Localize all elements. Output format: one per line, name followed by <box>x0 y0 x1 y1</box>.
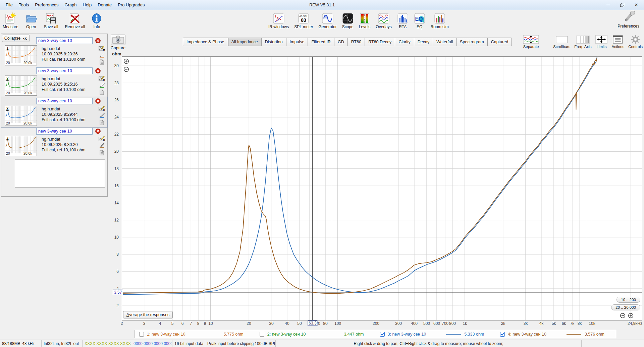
trace-settings-icon[interactable]: H <box>99 106 105 111</box>
measurement-name-input[interactable] <box>36 128 93 135</box>
measurement-name-input[interactable] <box>36 67 93 74</box>
trace-color-pen-icon[interactable] <box>99 83 105 88</box>
delete-measurement-button[interactable] <box>95 98 101 104</box>
tab-gd[interactable]: GD <box>334 38 348 46</box>
measurement-item-3[interactable]: 32020,0khg,h.mdat10.09.2025 8:29:44Full … <box>1 97 107 127</box>
h-zoom-out-button[interactable] <box>620 313 626 318</box>
impedance-plot[interactable]: 10 .. 200 20 .. 20 000 Average the respo… <box>122 56 642 320</box>
tab-spectrogram[interactable]: Spectrogram <box>457 38 488 46</box>
save-all-icon <box>45 11 57 24</box>
y-axis-unit-label: ohm <box>112 51 121 56</box>
capture-button[interactable]: Capture <box>111 35 125 50</box>
overlays-button[interactable]: Overlays <box>376 11 391 29</box>
rta-button[interactable]: RTA <box>397 11 409 29</box>
trace-settings-icon[interactable]: H <box>99 45 105 51</box>
trace-color-pen-icon[interactable] <box>99 143 105 148</box>
measurement-item-1[interactable]: 12020,0khg,h.mdat10.09.2025 8:23:36Full … <box>1 37 107 67</box>
legend-line-sample <box>567 334 581 335</box>
trace-settings-icon[interactable]: H <box>99 76 105 81</box>
actions-button[interactable]: Actions <box>611 35 624 49</box>
tab-distortion[interactable]: Distortion <box>262 38 286 46</box>
menu-preferences[interactable]: Preferences <box>32 2 61 7</box>
menu-file[interactable]: File <box>3 2 16 7</box>
x-tick-label: 4k <box>539 321 544 326</box>
levels-button[interactable]: 0369Levels <box>359 11 371 29</box>
x-tick-label: 30 <box>269 321 273 326</box>
tab-impulse[interactable]: Impulse <box>286 38 308 46</box>
spl-meter-button[interactable]: dB SPL83SPL meter <box>294 11 313 29</box>
measurement-details: hg,h.mdat10.09.2025 8:29:44Full cal. ref… <box>42 106 86 122</box>
tab-decay[interactable]: Decay <box>414 38 433 46</box>
toolbar-file-group: MeasureOpenSave allRemove allInfo <box>3 11 102 29</box>
measurement-cal: Full cal. ref 10.100 ohm <box>42 117 86 122</box>
measure-button[interactable]: Measure <box>3 11 18 29</box>
zoom-out-button[interactable] <box>123 66 129 72</box>
capture-label: Capture <box>111 46 125 50</box>
menu-tools[interactable]: Tools <box>16 2 32 7</box>
toolbar-label: Remove all <box>65 24 85 29</box>
measurement-name-input[interactable] <box>36 37 93 44</box>
tab-rt60-decay[interactable]: RT60 Decay <box>365 38 395 46</box>
save-all-button[interactable]: Save all <box>44 11 58 29</box>
menu-pro-upgrades[interactable]: Pro Upgrades <box>115 2 148 7</box>
info-button[interactable]: Info <box>92 11 102 29</box>
trace-color-pen-icon[interactable] <box>99 52 105 58</box>
separate-button[interactable]: Separate <box>523 35 539 49</box>
minimize-button[interactable] <box>601 0 615 10</box>
tab-clarity[interactable]: Clarity <box>395 38 414 46</box>
tab-captured[interactable]: Captured <box>488 38 512 46</box>
notes-icon[interactable] <box>99 90 104 95</box>
tab-rt60[interactable]: RT60 <box>348 38 365 46</box>
freq-axis-button[interactable]: Freq. Axis <box>574 35 591 49</box>
titlebar: FileToolsPreferencesGraphHelpDonatePro U… <box>0 0 644 10</box>
ir-windows-button[interactable]: IR windows <box>268 11 289 29</box>
trace-visibility-checkbox[interactable] <box>500 332 505 337</box>
delete-measurement-button[interactable] <box>95 68 101 73</box>
menu-graph[interactable]: Graph <box>61 2 79 7</box>
zoom-in-button[interactable] <box>123 58 129 64</box>
impedance-chart[interactable] <box>122 56 642 320</box>
close-button[interactable]: ✕ <box>629 0 643 10</box>
status-io-format: Int32L in, Int32L out <box>42 340 83 347</box>
scrollbars-button[interactable]: Scrollbars <box>553 35 570 49</box>
generator-button[interactable]: Generator <box>319 11 337 29</box>
svg-text:H: H <box>103 78 105 81</box>
delete-measurement-button[interactable] <box>95 129 101 134</box>
tab-impedance-phase[interactable]: Impedance & Phase <box>183 38 228 46</box>
trace-settings-icon[interactable]: H <box>99 136 105 141</box>
average-responses-button[interactable]: Average the responses <box>123 311 173 318</box>
menu-help[interactable]: Help <box>80 2 95 7</box>
notes-icon[interactable] <box>99 59 104 65</box>
controls-button[interactable]: Controls <box>628 35 643 49</box>
tab-waterfall[interactable]: Waterfall <box>433 38 457 46</box>
maximize-button[interactable] <box>615 0 629 10</box>
notes-icon[interactable] <box>99 150 104 155</box>
preferences-button[interactable]: Preferences <box>618 11 639 29</box>
tab-filtered-ir[interactable]: Filtered IR <box>308 38 334 46</box>
measurement-name-row <box>36 97 101 105</box>
measurement-name-input[interactable] <box>36 98 93 104</box>
h-zoom-in-button[interactable] <box>628 313 634 318</box>
toolbar-label: Preferences <box>618 24 639 29</box>
menu-donate[interactable]: Donate <box>95 2 115 7</box>
room-sim-button[interactable]: Room sim <box>431 11 449 29</box>
notes-icon[interactable] <box>99 120 104 125</box>
eq-button[interactable]: EQEQ <box>414 11 425 29</box>
delete-measurement-button[interactable] <box>95 38 101 43</box>
full-range-button[interactable]: 20 .. 20 000 <box>611 304 640 310</box>
measurement-item-2[interactable]: 22020,0khg,h.mdat10.09.2025 8:25:16Full … <box>1 67 107 97</box>
tab-all-impedance[interactable]: All Impedance <box>228 38 262 46</box>
scope-button[interactable]: Scope <box>342 11 354 29</box>
toolbar-label: Save all <box>44 24 58 29</box>
freq-range-button[interactable]: 10 .. 200 <box>616 297 640 303</box>
measurement-item-4[interactable]: 42020,0khg,h.mdat10.09.2025 8:30:20Full … <box>1 127 107 157</box>
measurement-file: hg,h.mdat <box>42 46 86 51</box>
measurement-cal: Full cal. ref 10.100 ohm <box>42 87 86 92</box>
open-button[interactable]: Open <box>25 11 37 29</box>
trace-visibility-checkbox[interactable] <box>260 332 264 337</box>
remove-all-button[interactable]: Remove all <box>65 11 85 29</box>
trace-visibility-checkbox[interactable] <box>139 332 144 337</box>
trace-color-pen-icon[interactable] <box>99 113 105 118</box>
limits-button[interactable]: Limits <box>595 35 607 49</box>
trace-visibility-checkbox[interactable] <box>380 332 385 337</box>
